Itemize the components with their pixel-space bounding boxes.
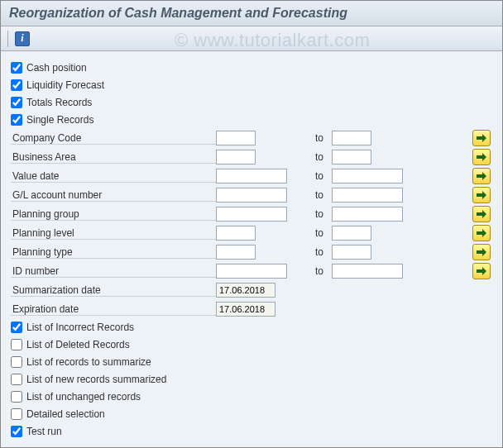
multi-select-button[interactable] bbox=[472, 225, 491, 241]
row-value-date: Value date to bbox=[11, 167, 492, 185]
multi-select-button[interactable] bbox=[472, 149, 491, 165]
to-label: to bbox=[290, 227, 332, 239]
to-label: to bbox=[290, 170, 332, 182]
business-area-to-input[interactable] bbox=[332, 150, 371, 164]
row-summarization-date: Summarization date bbox=[11, 281, 492, 299]
checkbox-list-incorrect: List of Incorrect Records bbox=[11, 319, 492, 336]
multi-select-button[interactable] bbox=[472, 263, 491, 279]
to-label: to bbox=[290, 132, 332, 144]
planning-type-from-input[interactable] bbox=[216, 245, 256, 260]
row-business-area: Business Area to bbox=[11, 148, 492, 166]
company-code-from-input[interactable] bbox=[216, 131, 256, 145]
multi-select-button[interactable] bbox=[472, 168, 491, 184]
row-planning-level: Planning level to bbox=[11, 224, 492, 242]
checkbox-label: List of Deleted Records bbox=[26, 339, 130, 350]
checkbox-list-unchanged: List of unchanged records bbox=[11, 388, 492, 405]
checkbox-test-run: Test run bbox=[11, 423, 492, 440]
page-title: Reorganization of Cash Management and Fo… bbox=[1, 1, 502, 26]
checkbox-list-new-summarized: List of new records summarized bbox=[11, 371, 492, 388]
multi-select-button[interactable] bbox=[472, 130, 491, 146]
field-label: Business Area bbox=[11, 151, 216, 164]
arrow-right-icon bbox=[477, 191, 486, 199]
separator bbox=[7, 31, 8, 47]
to-label: to bbox=[290, 246, 332, 258]
to-label: to bbox=[290, 151, 332, 163]
checkbox-input[interactable] bbox=[11, 79, 22, 91]
checkbox-single-records: Single Records bbox=[11, 112, 492, 128]
arrow-right-icon bbox=[477, 210, 486, 218]
gl-account-from-input[interactable] bbox=[216, 188, 287, 203]
row-expiration-date: Expiration date bbox=[11, 300, 492, 318]
company-code-to-input[interactable] bbox=[332, 131, 371, 145]
checkbox-input[interactable] bbox=[11, 391, 22, 403]
content-area: Cash position Liquidity Forecast Totals … bbox=[1, 51, 502, 448]
checkbox-input[interactable] bbox=[11, 339, 22, 350]
row-id-number: ID number to bbox=[11, 262, 492, 280]
multi-select-button[interactable] bbox=[472, 244, 491, 260]
arrow-right-icon bbox=[477, 229, 486, 237]
checkbox-input[interactable] bbox=[11, 97, 22, 108]
checkbox-label: List of records to summarize bbox=[26, 356, 151, 368]
row-gl-account-number: G/L account number to bbox=[11, 186, 492, 204]
checkbox-label: Liquidity Forecast bbox=[26, 79, 104, 91]
id-number-from-input[interactable] bbox=[216, 264, 287, 279]
field-label: Summarization date bbox=[11, 284, 216, 297]
checkbox-label: Single Records bbox=[26, 114, 93, 126]
toolbar: i bbox=[1, 26, 502, 51]
multi-select-button[interactable] bbox=[472, 206, 491, 222]
info-icon[interactable]: i bbox=[15, 31, 30, 46]
arrow-right-icon bbox=[477, 248, 486, 256]
checkbox-input[interactable] bbox=[11, 322, 22, 333]
planning-level-to-input[interactable] bbox=[332, 226, 371, 241]
checkbox-label: List of Incorrect Records bbox=[26, 322, 134, 333]
row-planning-type: Planning type to bbox=[11, 243, 492, 261]
checkbox-label: Totals Records bbox=[26, 97, 92, 108]
checkbox-list-deleted: List of Deleted Records bbox=[11, 336, 492, 353]
planning-group-to-input[interactable] bbox=[332, 207, 403, 222]
checkbox-label: Detailed selection bbox=[26, 408, 105, 420]
field-label: ID number bbox=[11, 265, 216, 278]
checkbox-cash-position: Cash position bbox=[11, 60, 492, 76]
planning-level-from-input[interactable] bbox=[216, 226, 256, 241]
planning-type-to-input[interactable] bbox=[332, 245, 371, 260]
checkbox-input[interactable] bbox=[11, 114, 22, 126]
expiration-date-input[interactable] bbox=[216, 302, 275, 317]
field-label: G/L account number bbox=[11, 189, 216, 202]
checkbox-totals-records: Totals Records bbox=[11, 94, 492, 111]
checkbox-label: List of unchanged records bbox=[26, 391, 141, 403]
value-date-from-input[interactable] bbox=[216, 169, 287, 183]
checkbox-input[interactable] bbox=[11, 408, 22, 420]
planning-group-from-input[interactable] bbox=[216, 207, 287, 222]
summarization-date-input[interactable] bbox=[216, 283, 275, 298]
gl-account-to-input[interactable] bbox=[332, 188, 403, 203]
checkbox-input[interactable] bbox=[11, 356, 22, 368]
arrow-right-icon bbox=[477, 153, 486, 161]
field-label: Planning type bbox=[11, 246, 216, 259]
checkbox-input[interactable] bbox=[11, 426, 22, 437]
checkbox-liquidity-forecast: Liquidity Forecast bbox=[11, 77, 492, 93]
checkbox-list-to-summarize: List of records to summarize bbox=[11, 354, 492, 370]
multi-select-button[interactable] bbox=[472, 187, 491, 203]
checkbox-label: Cash position bbox=[26, 62, 87, 74]
arrow-right-icon bbox=[477, 134, 486, 142]
checkbox-label: List of new records summarized bbox=[26, 374, 166, 385]
id-number-to-input[interactable] bbox=[332, 264, 403, 279]
to-label: to bbox=[290, 265, 332, 277]
to-label: to bbox=[290, 189, 332, 201]
arrow-right-icon bbox=[477, 172, 486, 180]
field-label: Planning group bbox=[11, 208, 216, 221]
value-date-to-input[interactable] bbox=[332, 169, 403, 183]
row-company-code: Company Code to bbox=[11, 129, 492, 147]
checkbox-input[interactable] bbox=[11, 374, 22, 385]
checkbox-detailed-selection: Detailed selection bbox=[11, 406, 492, 422]
field-label: Company Code bbox=[11, 132, 216, 145]
arrow-right-icon bbox=[477, 267, 486, 275]
checkbox-input[interactable] bbox=[11, 62, 22, 74]
field-label: Expiration date bbox=[11, 303, 216, 316]
field-label: Value date bbox=[11, 170, 216, 183]
field-label: Planning level bbox=[11, 227, 216, 240]
to-label: to bbox=[290, 208, 332, 220]
checkbox-label: Test run bbox=[26, 426, 62, 437]
business-area-from-input[interactable] bbox=[216, 150, 256, 164]
row-planning-group: Planning group to bbox=[11, 205, 492, 223]
